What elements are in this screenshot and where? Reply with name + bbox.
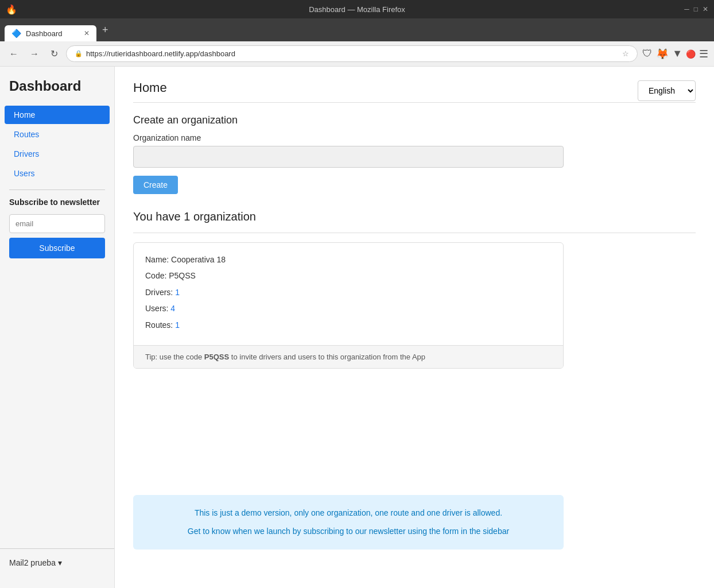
sidebar-item-routes[interactable]: Routes bbox=[5, 125, 110, 144]
tip-text-prefix: Tip: use the code bbox=[145, 353, 204, 361]
browser-toolbar-icons: 🛡 🦊 ▼ 🔴 ☰ bbox=[642, 48, 708, 60]
browser-nav-bar: ← → ↻ 🔒 https://rutieridashboard.netlify… bbox=[0, 41, 714, 67]
browser-title-bar: 🔥 Dashboard — Mozilla Firefox ─ □ ✕ bbox=[0, 0, 714, 18]
sidebar: Dashboard Home Routes Drivers Users Subs… bbox=[0, 67, 115, 588]
user-dropdown-icon: ▾ bbox=[58, 558, 62, 567]
fox-icon[interactable]: 🦊 bbox=[656, 48, 669, 60]
org-drivers: Drivers: 1 bbox=[145, 286, 552, 299]
org-routes: Routes: 1 bbox=[145, 319, 552, 331]
menu-icon[interactable]: ☰ bbox=[699, 48, 708, 60]
sidebar-newsletter: Subscribe to newsletter Subscribe bbox=[0, 197, 114, 258]
orgs-count-title: You have 1 organization bbox=[133, 210, 696, 223]
org-card-body: Name: Cooperativa 18 Code: P5QSS Drivers… bbox=[134, 243, 563, 345]
maximize-icon[interactable]: □ bbox=[694, 5, 698, 13]
security-icon: 🔒 bbox=[75, 50, 83, 57]
bookmark-icon[interactable]: ☆ bbox=[622, 49, 629, 58]
subscribe-button[interactable]: Subscribe bbox=[9, 238, 105, 258]
address-bar[interactable]: 🔒 https://rutieridashboard.netlify.app/d… bbox=[66, 45, 638, 62]
org-name: Name: Cooperativa 18 bbox=[145, 253, 552, 266]
create-org-title: Create an organization bbox=[133, 114, 696, 126]
language-dropdown-container[interactable]: English Español bbox=[638, 80, 696, 101]
browser-tab-bar: 🔷 Dashboard ✕ + bbox=[0, 18, 714, 41]
sidebar-user[interactable]: Mail2 prueba ▾ bbox=[9, 558, 105, 567]
orgs-divider bbox=[133, 233, 696, 233]
org-card: Name: Cooperativa 18 Code: P5QSS Drivers… bbox=[133, 242, 564, 369]
tab-close-button[interactable]: ✕ bbox=[84, 29, 90, 37]
page-title: Home bbox=[133, 80, 696, 95]
main-content: English Español Home Create an organizat… bbox=[115, 67, 714, 588]
minimize-icon[interactable]: ─ bbox=[684, 5, 689, 13]
forward-button[interactable]: → bbox=[26, 47, 42, 61]
sidebar-item-users[interactable]: Users bbox=[5, 164, 110, 183]
org-name-label: Organization name bbox=[133, 133, 696, 142]
sidebar-divider bbox=[9, 189, 105, 190]
tab-label: Dashboard bbox=[26, 29, 63, 38]
url-text: https://rutieridashboard.netlify.app/das… bbox=[86, 49, 235, 58]
browser-tab[interactable]: 🔷 Dashboard ✕ bbox=[5, 25, 96, 41]
demo-line1: This is just a demo version, only one or… bbox=[147, 506, 550, 519]
sidebar-footer: Mail2 prueba ▾ bbox=[0, 548, 114, 577]
newsletter-email-input[interactable] bbox=[9, 214, 105, 233]
sidebar-nav: Home Routes Drivers Users bbox=[0, 106, 114, 183]
close-icon[interactable]: ✕ bbox=[703, 5, 708, 13]
sidebar-title: Dashboard bbox=[0, 78, 114, 106]
reload-button[interactable]: ↻ bbox=[47, 46, 61, 61]
tip-code: P5QSS bbox=[204, 353, 229, 361]
newsletter-title: Subscribe to newsletter bbox=[9, 197, 105, 208]
org-code: Code: P5QSS bbox=[145, 269, 552, 282]
org-name-input[interactable] bbox=[133, 146, 564, 168]
window-controls: ─ □ ✕ bbox=[684, 5, 708, 13]
app-container: Dashboard Home Routes Drivers Users Subs… bbox=[0, 67, 714, 588]
page-title-divider bbox=[133, 102, 696, 103]
language-select[interactable]: English Español bbox=[638, 80, 696, 101]
new-tab-button[interactable]: + bbox=[96, 24, 114, 36]
firefox-icon: 🔥 bbox=[6, 4, 17, 15]
extension-icon[interactable]: ▼ bbox=[672, 48, 682, 60]
demo-notice: This is just a demo version, only one or… bbox=[133, 495, 564, 550]
sidebar-item-home[interactable]: Home bbox=[5, 106, 110, 124]
org-card-tip: Tip: use the code P5QSS to invite driver… bbox=[134, 345, 563, 368]
tip-text-suffix: to invite drivers and users to this orga… bbox=[229, 353, 425, 361]
tab-favicon: 🔷 bbox=[11, 29, 21, 38]
demo-line2: Get to know when we launch by subscribin… bbox=[147, 525, 550, 537]
sidebar-item-drivers[interactable]: Drivers bbox=[5, 145, 110, 163]
badge-icon[interactable]: 🔴 bbox=[686, 49, 696, 59]
create-button[interactable]: Create bbox=[133, 176, 178, 194]
org-users: Users: 4 bbox=[145, 302, 552, 315]
shield-icon[interactable]: 🛡 bbox=[642, 48, 653, 60]
browser-title: Dashboard — Mozilla Firefox bbox=[309, 5, 405, 14]
back-button[interactable]: ← bbox=[6, 47, 22, 61]
